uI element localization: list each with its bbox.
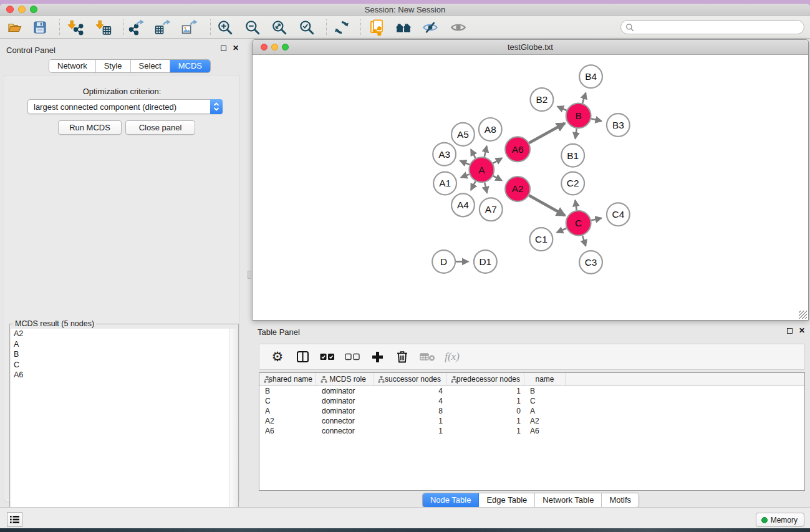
import-table-icon[interactable]	[94, 19, 113, 36]
graph-node-B4[interactable]: B4	[579, 65, 602, 88]
float-panel-icon[interactable]	[787, 328, 793, 334]
home-icon[interactable]	[394, 19, 413, 36]
panel-splitter-handle[interactable]	[248, 271, 251, 279]
open-session-icon[interactable]	[5, 19, 24, 36]
close-panel-button[interactable]: Close panel	[125, 120, 195, 135]
edge-A-A5[interactable]	[471, 150, 475, 158]
result-list-scrollbar[interactable]	[229, 329, 238, 529]
edge-B-B1[interactable]	[575, 128, 576, 138]
graph-node-A8[interactable]: A8	[479, 118, 502, 141]
run-mcds-button[interactable]: Run MCDS	[58, 120, 122, 135]
graph-node-A[interactable]: A	[469, 157, 494, 182]
tab-mcds[interactable]: MCDS	[170, 60, 210, 72]
column-header-name[interactable]: name	[524, 373, 566, 385]
edge-B-B2[interactable]	[557, 107, 567, 110]
graph-node-A6[interactable]: A6	[505, 137, 530, 162]
result-item[interactable]: A2	[11, 329, 238, 339]
edge-C-C4[interactable]	[591, 218, 602, 221]
table-options-icon[interactable]: ⚙	[269, 349, 286, 365]
graph-node-C1[interactable]: C1	[530, 228, 553, 251]
import-network-icon[interactable]	[66, 19, 85, 36]
table-row[interactable]: Bdominator41B	[259, 386, 804, 396]
network-graph[interactable]: B4B2BB3A8A5A6A3B1AA1C2A2A4A7C4CC1DD1C3	[253, 56, 808, 320]
zoom-fit-icon[interactable]	[270, 19, 289, 36]
column-header-successor-nodes[interactable]: successor nodes	[374, 373, 446, 385]
graph-node-B[interactable]: B	[566, 104, 591, 128]
function-builder-icon[interactable]: f(x)	[444, 349, 460, 365]
edge-C-C1[interactable]	[557, 228, 566, 233]
edge-A-A3[interactable]	[460, 161, 470, 165]
task-history-button[interactable]	[7, 512, 22, 527]
refresh-icon[interactable]	[332, 19, 351, 36]
result-item[interactable]: B	[11, 349, 238, 360]
memory-button[interactable]: Memory	[756, 513, 804, 527]
graph-node-A1[interactable]: A1	[433, 172, 456, 195]
delete-column-icon[interactable]	[394, 349, 410, 365]
close-panel-icon[interactable]: ✕	[233, 45, 239, 51]
edge-A-A4[interactable]	[471, 181, 475, 190]
table-tab-node-table[interactable]: Node Table	[423, 493, 480, 507]
window-resize-grip[interactable]	[799, 311, 807, 319]
graph-node-D[interactable]: D	[432, 250, 455, 273]
result-item[interactable]: A6	[11, 370, 238, 380]
delete-table-icon[interactable]	[419, 349, 435, 365]
network-from-selection-icon[interactable]	[369, 19, 387, 36]
graph-node-B2[interactable]: B2	[531, 88, 554, 111]
graph-node-C4[interactable]: C4	[607, 203, 630, 226]
network-window-titlebar[interactable]: testGlobe.txt	[253, 40, 808, 55]
graph-node-B1[interactable]: B1	[561, 144, 584, 167]
show-hidden-icon[interactable]	[449, 19, 468, 36]
graph-node-C3[interactable]: C3	[579, 251, 602, 274]
export-table-icon[interactable]	[153, 19, 172, 36]
table-tab-motifs[interactable]: Motifs	[602, 493, 639, 507]
graph-node-D1[interactable]: D1	[474, 250, 497, 273]
column-header-predecessor-nodes[interactable]: predecessor nodes	[446, 373, 524, 385]
table-row[interactable]: A2connector11A2	[259, 416, 804, 426]
select-all-icon[interactable]	[319, 349, 335, 365]
table-tab-edge-table[interactable]: Edge Table	[479, 493, 535, 507]
column-header-shared-name[interactable]: shared name	[259, 373, 316, 385]
edge-A-A8[interactable]	[485, 146, 487, 157]
tab-style[interactable]: Style	[96, 60, 131, 72]
zoom-in-icon[interactable]	[216, 19, 234, 36]
edge-C-C3[interactable]	[582, 236, 586, 246]
zoom-selected-icon[interactable]	[297, 19, 316, 36]
table-row[interactable]: Adominator80A	[259, 406, 804, 416]
graph-node-A2[interactable]: A2	[505, 177, 530, 201]
edge-A-A6[interactable]	[493, 158, 502, 163]
zoom-out-icon[interactable]	[243, 19, 262, 36]
save-session-icon[interactable]	[31, 19, 49, 36]
result-item[interactable]: C	[11, 360, 238, 370]
edge-A-A1[interactable]	[461, 174, 469, 177]
hide-selected-icon[interactable]	[421, 19, 440, 36]
edge-A-A7[interactable]	[485, 182, 487, 193]
column-header-MCDS-role[interactable]: MCDS role	[316, 373, 374, 385]
close-panel-icon[interactable]: ✕	[799, 327, 805, 334]
edge-A2-C[interactable]	[529, 195, 565, 215]
export-image-icon[interactable]	[180, 19, 199, 36]
result-item[interactable]: A	[11, 339, 238, 350]
add-column-icon[interactable]	[369, 349, 385, 365]
table-row[interactable]: Cdominator41C	[259, 396, 804, 406]
optimization-criterion-select[interactable]: largest connected component (directed)	[27, 99, 223, 114]
graph-node-C2[interactable]: C2	[561, 172, 584, 195]
graph-node-A7[interactable]: A7	[480, 198, 503, 221]
search-input[interactable]	[637, 23, 804, 32]
table-tab-network-table[interactable]: Network Table	[535, 493, 602, 507]
edge-B-B4[interactable]	[582, 93, 586, 104]
show-columns-icon[interactable]	[294, 349, 311, 365]
table-row[interactable]: A6connector11A6	[259, 426, 804, 436]
graph-node-C[interactable]: C	[566, 211, 591, 236]
edge-C-C2[interactable]	[575, 200, 576, 210]
tab-network[interactable]: Network	[49, 60, 96, 72]
float-panel-icon[interactable]	[221, 46, 226, 51]
graph-node-A4[interactable]: A4	[451, 193, 475, 216]
graph-node-A5[interactable]: A5	[451, 123, 475, 146]
edge-B-B3[interactable]	[591, 118, 602, 121]
graph-node-A3[interactable]: A3	[433, 143, 456, 166]
edge-A6-B[interactable]	[529, 123, 564, 143]
tab-select[interactable]: Select	[131, 60, 170, 72]
deselect-all-icon[interactable]	[344, 349, 360, 365]
edge-A-A2[interactable]	[493, 176, 502, 180]
graph-node-B3[interactable]: B3	[607, 114, 630, 137]
